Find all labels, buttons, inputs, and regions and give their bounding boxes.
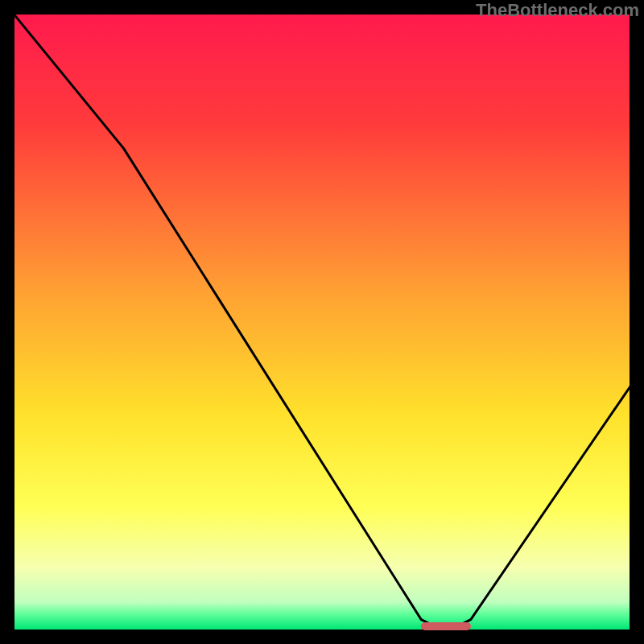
- watermark-text: TheBottleneck.com: [476, 0, 639, 21]
- optimum-range-marker: [421, 622, 471, 630]
- chart-frame: TheBottleneck.com: [0, 0, 644, 644]
- chart-background-gradient: [12, 12, 632, 632]
